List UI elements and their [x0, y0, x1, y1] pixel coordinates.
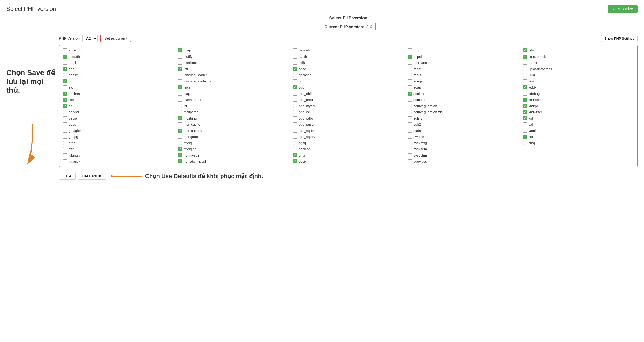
checkbox-ioncube_loader_ts[interactable] [178, 79, 182, 83]
checkbox-geos[interactable] [63, 122, 67, 126]
checkbox-opcache[interactable] [293, 73, 297, 77]
checkbox-swoole[interactable] [408, 135, 412, 139]
checkbox-sqlsrv[interactable] [408, 116, 412, 120]
checkbox-sodium[interactable] [408, 98, 412, 102]
checkbox-memcache[interactable] [178, 122, 182, 126]
checkbox-mailparse[interactable] [178, 110, 182, 114]
checkbox-pgsql[interactable] [293, 141, 297, 145]
checkbox-imap[interactable] [178, 48, 182, 52]
checkbox-grpc[interactable] [63, 141, 67, 145]
checkbox-apcu[interactable] [63, 48, 67, 52]
checkbox-trader[interactable] [523, 61, 527, 65]
checkbox-sourceguardian[interactable] [408, 104, 412, 108]
checkbox-yaml[interactable] [523, 129, 527, 133]
checkbox-posix[interactable] [293, 159, 297, 163]
show-php-settings-button[interactable]: Show PHP Settings [601, 35, 638, 42]
checkbox-zmq[interactable] [523, 141, 527, 145]
checkbox-phar[interactable] [293, 153, 297, 157]
checkbox-dom[interactable] [63, 79, 67, 83]
checkbox-xsl[interactable] [523, 116, 527, 120]
checkbox-http[interactable] [63, 147, 67, 151]
checkbox-pdo_mysql[interactable] [293, 104, 297, 108]
checkbox-pdo_pgsql[interactable] [293, 122, 297, 126]
checkbox-luasandbox[interactable] [178, 98, 182, 102]
checkbox-nd_pdo_mysql[interactable] [178, 159, 182, 163]
checkbox-dbase[interactable] [63, 73, 67, 77]
checkbox-tidy[interactable] [523, 48, 527, 52]
checkbox-nd_mysqli[interactable] [178, 153, 182, 157]
checkbox-raphf[interactable] [408, 67, 412, 71]
checkbox-ssh2[interactable] [408, 122, 412, 126]
maximize-button[interactable]: ⤢ Maximize [608, 5, 638, 13]
php-version-select[interactable]: 7.2 7.4 8.0 8.1 8.2 [82, 35, 98, 42]
checkbox-geoip[interactable] [63, 116, 67, 120]
checkbox-gd[interactable] [63, 104, 67, 108]
checkbox-sourceguardian-zts[interactable] [408, 110, 412, 114]
checkbox-soap[interactable] [408, 85, 412, 89]
checkbox-sysvshm[interactable] [408, 153, 412, 157]
checkbox-wddx[interactable] [523, 85, 527, 89]
checkbox-mbstring[interactable] [178, 116, 182, 120]
checkbox-pdo_odbc[interactable] [293, 116, 297, 120]
checkbox-mongodb[interactable] [178, 135, 182, 139]
checkbox-json[interactable] [178, 85, 182, 89]
checkbox-newrelic[interactable] [293, 48, 297, 52]
ext-item-pdo: pdo [293, 85, 403, 90]
checkbox-xmlwriter[interactable] [523, 110, 527, 114]
checkbox-odbc[interactable] [293, 67, 297, 71]
checkbox-pdo_dblib[interactable] [293, 92, 297, 96]
checkbox-pdo_firebird[interactable] [293, 98, 297, 102]
checkbox-sysvsem[interactable] [408, 147, 412, 151]
checkbox-tideways[interactable] [408, 159, 412, 163]
checkbox-sysvmsg[interactable] [408, 141, 412, 145]
checkbox-xmlreader[interactable] [523, 98, 527, 102]
checkbox-ioncube_loader[interactable] [178, 73, 182, 77]
set-as-current-button[interactable]: Set as current [100, 35, 131, 42]
checkbox-vips[interactable] [523, 79, 527, 83]
checkbox-propro[interactable] [408, 48, 412, 52]
checkbox-phalcon3[interactable] [293, 147, 297, 151]
checkbox-enchant[interactable] [63, 92, 67, 96]
checkbox-uuid[interactable] [523, 73, 527, 77]
checkbox-gmagick[interactable] [63, 129, 67, 133]
checkbox-dba[interactable] [63, 67, 67, 71]
checkbox-oci8[interactable] [293, 61, 297, 65]
checkbox-snmp[interactable] [408, 79, 412, 83]
checkbox-xdebug[interactable] [523, 92, 527, 96]
checkbox-ldap[interactable] [178, 92, 182, 96]
checkbox-lzf[interactable] [178, 104, 182, 108]
checkbox-zip[interactable] [523, 135, 527, 139]
checkbox-mysqlnd[interactable] [178, 147, 182, 151]
save-button[interactable]: Save [59, 173, 76, 180]
checkbox-pthreads[interactable] [408, 61, 412, 65]
checkbox-memcached[interactable] [178, 129, 182, 133]
ext-item-inotify: inotify [178, 54, 288, 59]
checkbox-mysqli[interactable] [178, 141, 182, 145]
checkbox-eio[interactable] [63, 85, 67, 89]
checkbox-pspell[interactable] [408, 55, 412, 59]
checkbox-interbase[interactable] [178, 61, 182, 65]
checkbox-imagick[interactable] [63, 159, 67, 163]
checkbox-uploadprogress[interactable] [523, 67, 527, 71]
checkbox-pdo_sqlsrv[interactable] [293, 135, 297, 139]
checkbox-yaf[interactable] [523, 122, 527, 126]
checkbox-pdo[interactable] [293, 85, 297, 89]
checkbox-igbinary[interactable] [63, 153, 67, 157]
checkbox-xmlrpc[interactable] [523, 104, 527, 108]
use-defaults-button[interactable]: Use Defaults [78, 173, 106, 180]
checkbox-gender[interactable] [63, 110, 67, 114]
checkbox-pdo_sqlite[interactable] [293, 129, 297, 133]
checkbox-bcmath[interactable] [63, 55, 67, 59]
checkbox-stats[interactable] [408, 129, 412, 133]
checkbox-brotli[interactable] [63, 61, 67, 65]
checkbox-timezonedb[interactable] [523, 55, 527, 59]
checkbox-fileinfo[interactable] [63, 98, 67, 102]
checkbox-gnupg[interactable] [63, 135, 67, 139]
checkbox-intl[interactable] [178, 67, 182, 71]
checkbox-pdo_oci[interactable] [293, 110, 297, 114]
checkbox-sockets[interactable] [408, 92, 412, 96]
checkbox-pdf[interactable] [293, 79, 297, 83]
checkbox-oauth[interactable] [293, 55, 297, 59]
checkbox-inotify[interactable] [178, 55, 182, 59]
checkbox-redis[interactable] [408, 73, 412, 77]
